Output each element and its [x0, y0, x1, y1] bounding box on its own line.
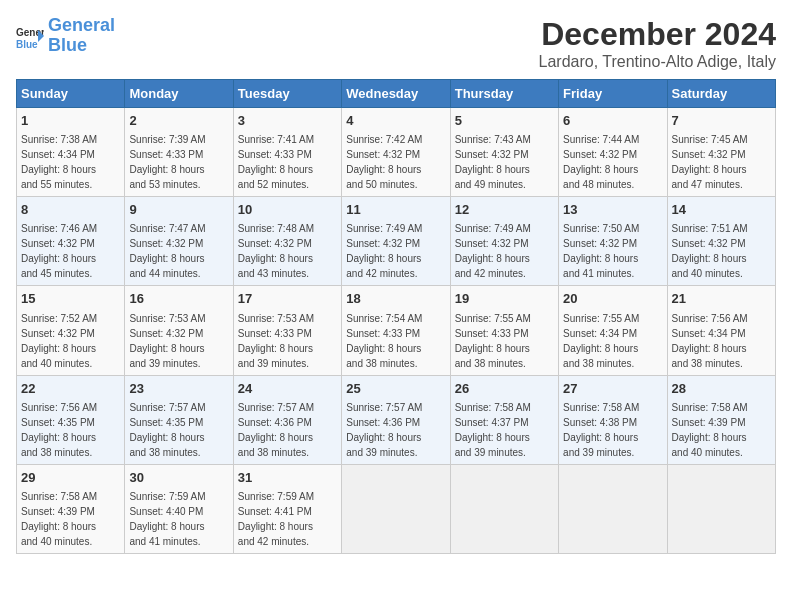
day-number: 17 [238, 290, 337, 308]
day-number: 26 [455, 380, 554, 398]
day-info: Sunrise: 7:56 AM Sunset: 4:35 PM Dayligh… [21, 400, 120, 460]
day-number: 12 [455, 201, 554, 219]
day-number: 8 [21, 201, 120, 219]
column-header-monday: Monday [125, 80, 233, 108]
calendar-cell: 27Sunrise: 7:58 AM Sunset: 4:38 PM Dayli… [559, 375, 667, 464]
day-info: Sunrise: 7:57 AM Sunset: 4:36 PM Dayligh… [346, 400, 445, 460]
calendar-cell: 14Sunrise: 7:51 AM Sunset: 4:32 PM Dayli… [667, 197, 775, 286]
calendar-cell: 21Sunrise: 7:56 AM Sunset: 4:34 PM Dayli… [667, 286, 775, 375]
day-number: 30 [129, 469, 228, 487]
calendar-cell: 10Sunrise: 7:48 AM Sunset: 4:32 PM Dayli… [233, 197, 341, 286]
day-info: Sunrise: 7:59 AM Sunset: 4:41 PM Dayligh… [238, 489, 337, 549]
day-number: 4 [346, 112, 445, 130]
header: General Blue General Blue December 2024 … [16, 16, 776, 71]
day-number: 27 [563, 380, 662, 398]
week-row-5: 29Sunrise: 7:58 AM Sunset: 4:39 PM Dayli… [17, 464, 776, 553]
column-header-thursday: Thursday [450, 80, 558, 108]
week-row-3: 15Sunrise: 7:52 AM Sunset: 4:32 PM Dayli… [17, 286, 776, 375]
calendar-cell: 5Sunrise: 7:43 AM Sunset: 4:32 PM Daylig… [450, 108, 558, 197]
calendar-cell [559, 464, 667, 553]
calendar-cell: 2Sunrise: 7:39 AM Sunset: 4:33 PM Daylig… [125, 108, 233, 197]
calendar-cell: 7Sunrise: 7:45 AM Sunset: 4:32 PM Daylig… [667, 108, 775, 197]
day-number: 23 [129, 380, 228, 398]
day-number: 3 [238, 112, 337, 130]
day-info: Sunrise: 7:42 AM Sunset: 4:32 PM Dayligh… [346, 132, 445, 192]
calendar-cell: 18Sunrise: 7:54 AM Sunset: 4:33 PM Dayli… [342, 286, 450, 375]
calendar-cell: 22Sunrise: 7:56 AM Sunset: 4:35 PM Dayli… [17, 375, 125, 464]
calendar-cell: 9Sunrise: 7:47 AM Sunset: 4:32 PM Daylig… [125, 197, 233, 286]
day-info: Sunrise: 7:44 AM Sunset: 4:32 PM Dayligh… [563, 132, 662, 192]
day-info: Sunrise: 7:52 AM Sunset: 4:32 PM Dayligh… [21, 311, 120, 371]
column-header-tuesday: Tuesday [233, 80, 341, 108]
day-info: Sunrise: 7:48 AM Sunset: 4:32 PM Dayligh… [238, 221, 337, 281]
calendar-cell: 19Sunrise: 7:55 AM Sunset: 4:33 PM Dayli… [450, 286, 558, 375]
calendar-cell: 12Sunrise: 7:49 AM Sunset: 4:32 PM Dayli… [450, 197, 558, 286]
day-info: Sunrise: 7:55 AM Sunset: 4:33 PM Dayligh… [455, 311, 554, 371]
day-info: Sunrise: 7:58 AM Sunset: 4:39 PM Dayligh… [672, 400, 771, 460]
day-number: 31 [238, 469, 337, 487]
calendar-cell: 11Sunrise: 7:49 AM Sunset: 4:32 PM Dayli… [342, 197, 450, 286]
calendar-cell: 8Sunrise: 7:46 AM Sunset: 4:32 PM Daylig… [17, 197, 125, 286]
day-number: 24 [238, 380, 337, 398]
day-number: 10 [238, 201, 337, 219]
day-number: 18 [346, 290, 445, 308]
calendar-cell: 23Sunrise: 7:57 AM Sunset: 4:35 PM Dayli… [125, 375, 233, 464]
day-number: 14 [672, 201, 771, 219]
calendar-table: SundayMondayTuesdayWednesdayThursdayFrid… [16, 79, 776, 554]
day-info: Sunrise: 7:56 AM Sunset: 4:34 PM Dayligh… [672, 311, 771, 371]
column-header-sunday: Sunday [17, 80, 125, 108]
day-number: 7 [672, 112, 771, 130]
day-info: Sunrise: 7:45 AM Sunset: 4:32 PM Dayligh… [672, 132, 771, 192]
day-number: 15 [21, 290, 120, 308]
svg-text:Blue: Blue [16, 39, 38, 50]
day-info: Sunrise: 7:38 AM Sunset: 4:34 PM Dayligh… [21, 132, 120, 192]
week-row-1: 1Sunrise: 7:38 AM Sunset: 4:34 PM Daylig… [17, 108, 776, 197]
day-number: 2 [129, 112, 228, 130]
day-number: 25 [346, 380, 445, 398]
calendar-cell [450, 464, 558, 553]
calendar-cell: 30Sunrise: 7:59 AM Sunset: 4:40 PM Dayli… [125, 464, 233, 553]
calendar-cell: 13Sunrise: 7:50 AM Sunset: 4:32 PM Dayli… [559, 197, 667, 286]
calendar-cell: 25Sunrise: 7:57 AM Sunset: 4:36 PM Dayli… [342, 375, 450, 464]
day-number: 13 [563, 201, 662, 219]
day-number: 5 [455, 112, 554, 130]
day-number: 11 [346, 201, 445, 219]
calendar-body: 1Sunrise: 7:38 AM Sunset: 4:34 PM Daylig… [17, 108, 776, 554]
day-number: 22 [21, 380, 120, 398]
page-subtitle: Lardaro, Trentino-Alto Adige, Italy [539, 53, 776, 71]
logo-icon: General Blue [16, 22, 44, 50]
day-info: Sunrise: 7:47 AM Sunset: 4:32 PM Dayligh… [129, 221, 228, 281]
calendar-cell [667, 464, 775, 553]
day-number: 16 [129, 290, 228, 308]
calendar-cell: 31Sunrise: 7:59 AM Sunset: 4:41 PM Dayli… [233, 464, 341, 553]
day-info: Sunrise: 7:39 AM Sunset: 4:33 PM Dayligh… [129, 132, 228, 192]
calendar-cell: 26Sunrise: 7:58 AM Sunset: 4:37 PM Dayli… [450, 375, 558, 464]
calendar-cell: 28Sunrise: 7:58 AM Sunset: 4:39 PM Dayli… [667, 375, 775, 464]
day-number: 19 [455, 290, 554, 308]
day-info: Sunrise: 7:46 AM Sunset: 4:32 PM Dayligh… [21, 221, 120, 281]
calendar-cell: 1Sunrise: 7:38 AM Sunset: 4:34 PM Daylig… [17, 108, 125, 197]
calendar-cell: 20Sunrise: 7:55 AM Sunset: 4:34 PM Dayli… [559, 286, 667, 375]
day-info: Sunrise: 7:41 AM Sunset: 4:33 PM Dayligh… [238, 132, 337, 192]
page-title: December 2024 [539, 16, 776, 53]
day-info: Sunrise: 7:59 AM Sunset: 4:40 PM Dayligh… [129, 489, 228, 549]
day-number: 9 [129, 201, 228, 219]
logo-text: General Blue [48, 16, 115, 56]
day-info: Sunrise: 7:57 AM Sunset: 4:35 PM Dayligh… [129, 400, 228, 460]
calendar-cell: 17Sunrise: 7:53 AM Sunset: 4:33 PM Dayli… [233, 286, 341, 375]
calendar-header-row: SundayMondayTuesdayWednesdayThursdayFrid… [17, 80, 776, 108]
day-info: Sunrise: 7:55 AM Sunset: 4:34 PM Dayligh… [563, 311, 662, 371]
day-info: Sunrise: 7:50 AM Sunset: 4:32 PM Dayligh… [563, 221, 662, 281]
logo: General Blue General Blue [16, 16, 115, 56]
day-number: 21 [672, 290, 771, 308]
calendar-cell: 3Sunrise: 7:41 AM Sunset: 4:33 PM Daylig… [233, 108, 341, 197]
day-info: Sunrise: 7:43 AM Sunset: 4:32 PM Dayligh… [455, 132, 554, 192]
day-info: Sunrise: 7:58 AM Sunset: 4:38 PM Dayligh… [563, 400, 662, 460]
day-number: 1 [21, 112, 120, 130]
column-header-saturday: Saturday [667, 80, 775, 108]
calendar-cell: 29Sunrise: 7:58 AM Sunset: 4:39 PM Dayli… [17, 464, 125, 553]
column-header-wednesday: Wednesday [342, 80, 450, 108]
day-info: Sunrise: 7:57 AM Sunset: 4:36 PM Dayligh… [238, 400, 337, 460]
day-info: Sunrise: 7:58 AM Sunset: 4:37 PM Dayligh… [455, 400, 554, 460]
day-info: Sunrise: 7:49 AM Sunset: 4:32 PM Dayligh… [346, 221, 445, 281]
